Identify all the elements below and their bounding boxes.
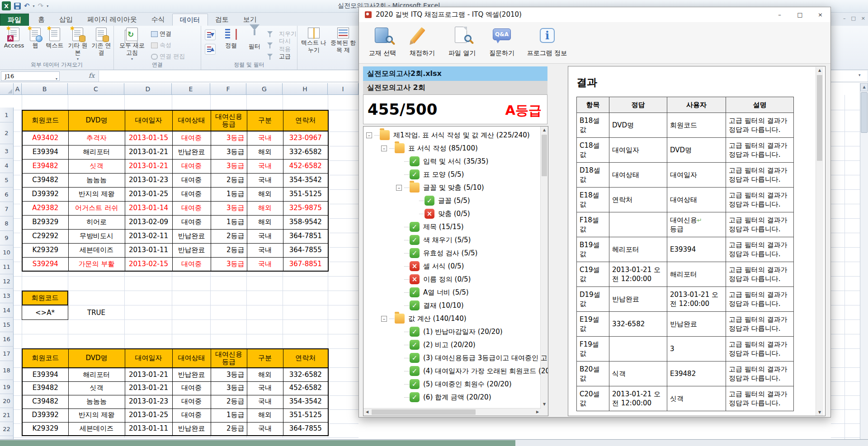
- row-header-9[interactable]: 9: [0, 231, 14, 245]
- tree-collapse-icon[interactable]: –: [381, 146, 387, 151]
- header-cell[interactable]: 회원코드: [22, 349, 68, 368]
- column-header-E[interactable]: E: [172, 83, 210, 95]
- data-cell[interactable]: 2등급: [211, 173, 247, 187]
- refresh-all-button[interactable]: ↻ 모두 새로 고침 ▾: [118, 28, 146, 61]
- data-cell[interactable]: 2013-01-23: [125, 173, 172, 187]
- data-cell[interactable]: 2013-01-15: [125, 131, 172, 145]
- data-cell[interactable]: 해외: [247, 368, 283, 381]
- data-cell[interactable]: 452-6582: [283, 159, 328, 173]
- data-cell[interactable]: 반납완료: [172, 422, 211, 436]
- row-header-7[interactable]: 7: [0, 202, 14, 216]
- save-icon[interactable]: [14, 3, 21, 9]
- data-cell[interactable]: 싯객: [68, 159, 125, 173]
- scrollbar-thumb[interactable]: [372, 409, 476, 415]
- data-cell[interactable]: 2013-01-23: [125, 395, 172, 408]
- data-cell[interactable]: 놈놈놈: [68, 395, 125, 408]
- undo-icon[interactable]: ↶: [24, 3, 30, 9]
- data-cell[interactable]: 358-9542: [283, 215, 328, 229]
- data-cell[interactable]: 해외: [247, 201, 283, 215]
- data-cell[interactable]: E39394: [22, 145, 68, 159]
- data-cell[interactable]: 반납완료: [172, 145, 211, 159]
- tree-item[interactable]: ✓글꼴 (5/5): [363, 194, 548, 207]
- ribbon-tab-6[interactable]: 검토: [208, 14, 236, 26]
- tree-item[interactable]: –글꼴 및 맞춤 (5/10): [363, 181, 548, 194]
- data-cell[interactable]: 3등급: [211, 368, 247, 381]
- formula-bar-expand-icon[interactable]: ▾: [859, 73, 861, 77]
- data-cell[interactable]: 반납완료: [172, 229, 211, 243]
- data-cell[interactable]: 국내: [247, 243, 283, 257]
- data-cell[interactable]: A93402: [22, 131, 68, 145]
- data-cell[interactable]: 3등급: [211, 159, 247, 173]
- tree-item[interactable]: ✓표 모양 (5/5): [363, 168, 548, 181]
- data-cell[interactable]: 2013-01-21: [125, 145, 172, 159]
- data-cell[interactable]: 대여중: [172, 215, 211, 229]
- data-cell[interactable]: 해외: [247, 215, 283, 229]
- grader-titlebar[interactable]: 2020 길벗 ITQ 채점프로그램 - ITQ 엑셀(2010) – □ ×: [359, 7, 830, 22]
- tree-item[interactable]: ✓유효성 검사 (5/5): [363, 247, 548, 260]
- tree-item[interactable]: ✓제목 (15/15): [363, 221, 548, 234]
- data-cell[interactable]: E39394: [22, 368, 68, 381]
- column-header-G[interactable]: G: [246, 83, 283, 95]
- remove-duplicates-button[interactable]: 중복된 항목 제: [329, 28, 357, 54]
- column-header-B[interactable]: B: [22, 83, 68, 95]
- data-cell[interactable]: 2013-01-21: [125, 368, 172, 381]
- tree-item[interactable]: ✓(4) 대여일자가 가장 오래된 회원코드 (20/: [363, 365, 548, 378]
- data-cell[interactable]: 국내: [247, 395, 283, 408]
- tree-item[interactable]: ✓(3) 대여신용등급 3등급이고 대여중인 고: [363, 352, 548, 365]
- tree-collapse-icon[interactable]: –: [366, 132, 372, 138]
- scrollbar-thumb[interactable]: [817, 75, 822, 161]
- open-file-button[interactable]: 파일 열기: [442, 25, 482, 62]
- row-header-2[interactable]: 2: [0, 122, 14, 144]
- row-header-20[interactable]: 20: [0, 394, 14, 408]
- sort-ascending-button[interactable]: ▼: [205, 29, 216, 40]
- data-cell[interactable]: 대여중: [172, 381, 211, 395]
- filtered-result-table[interactable]: 회원코드DVD명대여일자대여상태대여신용 등급구분연락처E39394해리포터20…: [22, 348, 329, 436]
- scroll-up-icon[interactable]: ▲: [816, 67, 823, 74]
- data-cell[interactable]: 2013-01-11: [125, 422, 172, 436]
- data-cell[interactable]: 2013-01-25: [125, 187, 172, 201]
- select-textbook-button[interactable]: 교재 선택: [363, 25, 402, 62]
- row-header-10[interactable]: 10: [0, 245, 14, 260]
- column-header-C[interactable]: C: [68, 83, 124, 95]
- data-cell[interactable]: 국내: [247, 422, 283, 436]
- workbook-restore-button[interactable]: □: [851, 15, 855, 21]
- row-header-5[interactable]: 5: [0, 173, 14, 188]
- row-header-15[interactable]: 15: [0, 318, 14, 332]
- data-cell[interactable]: 351-5125: [283, 187, 328, 201]
- select-all-corner[interactable]: [0, 83, 14, 95]
- data-cell[interactable]: 1등급: [211, 187, 247, 201]
- tree-item[interactable]: ✓결재 (10/10): [363, 299, 548, 312]
- data-cell[interactable]: 2등급: [211, 395, 247, 408]
- tree-item[interactable]: ✓입력 및 서식 (35/35): [363, 155, 548, 168]
- data-cell[interactable]: 2013-02-15: [125, 257, 172, 271]
- grader-minimize-button[interactable]: –: [769, 7, 790, 22]
- data-cell[interactable]: D39392: [22, 408, 68, 422]
- data-cell[interactable]: 대여중: [172, 408, 211, 422]
- column-header-H[interactable]: H: [283, 83, 328, 95]
- data-cell[interactable]: 무방비도시: [68, 229, 125, 243]
- data-cell[interactable]: 반지의 제왕: [68, 408, 125, 422]
- data-cell[interactable]: 해외: [247, 408, 283, 422]
- row-header-3[interactable]: 3: [0, 144, 14, 159]
- row-header-17[interactable]: 17: [0, 347, 14, 361]
- data-cell[interactable]: 대여중: [172, 131, 211, 145]
- row-header-8[interactable]: 8: [0, 216, 14, 231]
- tree-item[interactable]: –값 계산 (140/140): [363, 312, 548, 325]
- row-header-13[interactable]: 13: [0, 289, 14, 303]
- from-text-button[interactable]: ✱ 텍스트: [44, 28, 65, 49]
- data-cell[interactable]: 2등급: [211, 243, 247, 257]
- criteria-header-cell[interactable]: 회원코드: [22, 291, 68, 305]
- scroll-left-icon[interactable]: ◀: [363, 408, 371, 416]
- data-cell[interactable]: 국내: [247, 159, 283, 173]
- ribbon-tab-1[interactable]: 홈: [31, 14, 52, 26]
- header-cell[interactable]: 대여상태: [172, 110, 211, 131]
- row-header-1[interactable]: 1: [0, 108, 14, 122]
- header-cell[interactable]: 구분: [247, 349, 283, 368]
- data-cell[interactable]: 2013-02-09: [125, 215, 172, 229]
- data-cell[interactable]: 대여중: [172, 159, 211, 173]
- ask-question-button[interactable]: Q&A 질문하기: [482, 25, 522, 62]
- access-button[interactable]: ✱A Access: [3, 28, 25, 49]
- data-cell[interactable]: 추격자: [68, 131, 125, 145]
- data-cell[interactable]: 354-3542: [283, 173, 328, 187]
- data-cell[interactable]: B29329: [22, 215, 68, 229]
